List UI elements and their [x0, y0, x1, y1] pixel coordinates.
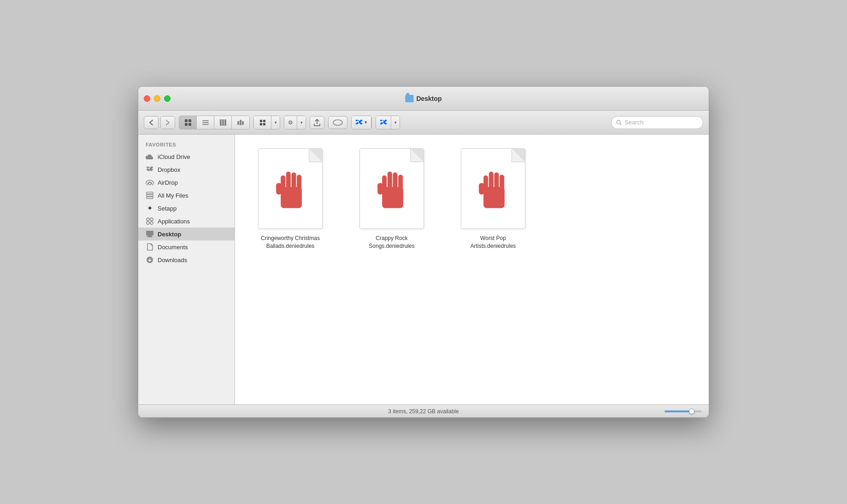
back-button[interactable]: [144, 116, 159, 129]
icon-view-button[interactable]: [179, 116, 197, 129]
svg-rect-8: [222, 119, 224, 126]
svg-rect-48: [494, 172, 499, 191]
cover-flow-button[interactable]: [232, 116, 249, 129]
svg-rect-29: [147, 236, 153, 237]
svg-rect-34: [292, 172, 296, 191]
list-view-button[interactable]: [197, 116, 214, 129]
settings-dropdown-arrow[interactable]: ▾: [297, 116, 306, 129]
search-placeholder: Search: [624, 119, 643, 126]
documents-icon: [146, 243, 154, 251]
svg-rect-49: [500, 175, 504, 191]
view-dropdown-arrow[interactable]: ▾: [271, 116, 280, 129]
settings-dropdown-main[interactable]: ⚙: [284, 116, 297, 129]
svg-rect-51: [479, 183, 484, 194]
file-icon-1: [258, 148, 323, 229]
view-dropdown-main[interactable]: [254, 116, 271, 129]
sidebar-label-desktop: Desktop: [158, 231, 181, 238]
svg-rect-14: [263, 119, 265, 122]
svg-rect-4: [202, 120, 209, 121]
sidebar-label-setapp: Setapp: [158, 205, 176, 212]
sidebar-item-allmyfiles[interactable]: All My Files: [138, 189, 235, 202]
main-content: Favorites iCloud Drive Dropbox: [138, 135, 709, 404]
svg-rect-6: [202, 124, 209, 125]
svg-rect-33: [286, 171, 291, 191]
file-name-2: Crappy Rock Songs.deniedrules: [357, 234, 426, 250]
slider-track: [665, 410, 701, 412]
tag-button[interactable]: [328, 116, 347, 129]
traffic-lights: [144, 95, 171, 102]
sidebar-item-airdrop[interactable]: AirDrop: [138, 176, 235, 189]
svg-rect-2: [185, 123, 188, 126]
folder-icon: [405, 95, 413, 102]
svg-rect-35: [297, 175, 301, 191]
svg-rect-1: [188, 119, 191, 122]
svg-rect-13: [259, 119, 262, 122]
dropbox-sidebar-icon: [146, 165, 154, 174]
svg-rect-40: [388, 171, 392, 191]
column-view-button[interactable]: [214, 116, 232, 129]
view-mode-buttons: [179, 116, 250, 129]
file-item-1[interactable]: Cringeworthy Christmas Ballads.deniedrul…: [253, 148, 327, 250]
sidebar-section-label: Favorites: [138, 142, 235, 150]
downloads-icon: [146, 256, 154, 264]
sidebar-item-dropbox[interactable]: Dropbox: [138, 163, 235, 176]
svg-rect-0: [185, 119, 188, 122]
svg-rect-20: [147, 192, 153, 194]
sidebar-item-icloud[interactable]: iCloud Drive: [138, 150, 235, 163]
share-button[interactable]: [310, 116, 324, 129]
sidebar-item-applications[interactable]: Applications: [138, 215, 235, 228]
svg-rect-41: [393, 172, 398, 191]
svg-rect-42: [398, 175, 403, 191]
sidebar-label-allmyfiles: All My Files: [158, 192, 188, 199]
svg-point-17: [333, 120, 342, 125]
dropbox-button-main[interactable]: ▾: [352, 116, 371, 129]
sidebar-label-applications: Applications: [158, 218, 190, 225]
statusbar-text: 3 items, 259,22 GB available: [388, 408, 459, 415]
file-item-2[interactable]: Crappy Rock Songs.deniedrules: [355, 148, 429, 250]
dropbox2-button[interactable]: ▾: [376, 116, 400, 129]
sidebar-label-icloud: iCloud Drive: [158, 153, 190, 160]
settings-dropdown[interactable]: ⚙ ▾: [284, 116, 306, 129]
file-name-3: Worst Pop Artists.deniedrules: [459, 234, 528, 250]
file-name-1: Cringeworthy Christmas Ballads.deniedrul…: [256, 234, 325, 250]
dropbox2-button-main[interactable]: [376, 116, 391, 129]
slider-thumb[interactable]: [689, 409, 694, 414]
forward-button[interactable]: [160, 116, 175, 129]
titlebar: Desktop: [138, 87, 709, 111]
window-title-area: Desktop: [405, 95, 441, 102]
minimize-button[interactable]: [154, 95, 160, 102]
sidebar-item-downloads[interactable]: Downloads: [138, 253, 235, 266]
applications-icon: [146, 217, 154, 225]
svg-rect-3: [188, 123, 191, 126]
slider-fill: [665, 410, 690, 412]
desktop-icon: [146, 230, 154, 238]
svg-rect-27: [146, 231, 153, 235]
sidebar-label-airdrop: AirDrop: [158, 179, 178, 186]
file-item-3[interactable]: Worst Pop Artists.deniedrules: [456, 148, 530, 250]
sidebar-item-setapp[interactable]: ✦ Setapp: [138, 202, 235, 215]
svg-point-25: [147, 222, 149, 224]
sidebar-label-dropbox: Dropbox: [158, 166, 180, 173]
svg-rect-15: [259, 123, 262, 125]
svg-rect-22: [147, 197, 153, 199]
svg-point-24: [150, 218, 153, 221]
dropbox-button[interactable]: ▾: [351, 116, 372, 129]
airdrop-icon: [146, 178, 154, 187]
close-button[interactable]: [144, 95, 150, 102]
allmyfiles-icon: [146, 191, 154, 199]
dropbox2-dropdown-arrow[interactable]: ▾: [391, 116, 400, 129]
file-icon-3: [461, 148, 525, 229]
statusbar: 3 items, 259,22 GB available: [138, 404, 709, 417]
maximize-button[interactable]: [164, 95, 171, 102]
sidebar-label-downloads: Downloads: [158, 257, 187, 264]
svg-rect-16: [263, 123, 265, 125]
zoom-slider[interactable]: [665, 410, 701, 412]
svg-rect-9: [224, 119, 226, 126]
search-box[interactable]: Search: [611, 116, 703, 129]
setapp-icon: ✦: [146, 204, 154, 212]
sidebar-item-desktop[interactable]: Desktop: [138, 228, 235, 240]
view-dropdown[interactable]: ▾: [253, 116, 280, 129]
svg-rect-7: [220, 119, 222, 126]
sidebar-item-documents[interactable]: Documents: [138, 240, 235, 253]
icloud-icon: [146, 152, 154, 161]
